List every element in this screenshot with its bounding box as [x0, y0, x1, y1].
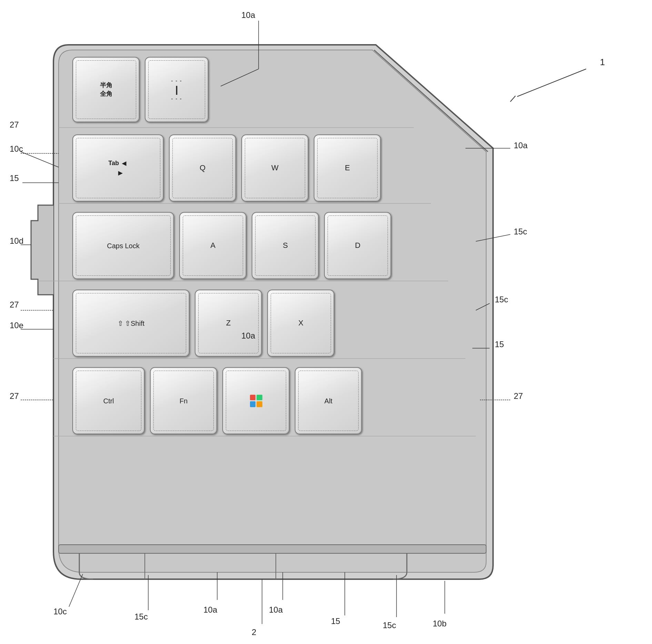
key-win-inner [226, 371, 286, 431]
ref-27-ctrl: 27 [10, 391, 19, 401]
svg-line-24 [476, 303, 490, 310]
key-alt[interactable]: Alt [295, 367, 362, 434]
ref-10a-top: 10a [241, 10, 255, 20]
key-backtick-label: - - - | - - - [171, 78, 182, 101]
key-a-label: A [210, 241, 215, 250]
key-shift-inner: ⇧ ⇧Shift [76, 293, 186, 353]
key-ctrl-inner: Ctrl [76, 371, 141, 431]
key-d-label: D [355, 241, 361, 250]
ref-10c-top: 10c [10, 144, 23, 154]
key-e-label: E [345, 163, 350, 172]
ref-15c-btm1: 15c [134, 612, 148, 622]
ref-15c-btm2: 15c [383, 621, 396, 630]
ref-10a-qrow: 10a [514, 141, 528, 150]
key-ctrl-label: Ctrl [103, 397, 114, 405]
win-pane-blue [250, 401, 256, 407]
ref-15c-caps: 15c [514, 227, 527, 237]
key-win[interactable] [222, 367, 290, 434]
key-e[interactable]: E [314, 134, 381, 202]
key-s-label: S [283, 241, 288, 250]
key-s-inner: S [255, 215, 315, 276]
ref-27-alt: 27 [514, 391, 523, 401]
key-fn-label: Fn [180, 397, 188, 405]
key-shift[interactable]: ⇧ ⇧Shift [72, 290, 190, 357]
ref-15-btm: 15 [331, 616, 340, 626]
key-alt-label: Alt [324, 397, 332, 405]
key-q[interactable]: Q [169, 134, 236, 202]
key-fn-inner: Fn [153, 371, 214, 431]
key-fn[interactable]: Fn [150, 367, 217, 434]
key-w-label: W [271, 163, 279, 172]
svg-line-8 [510, 96, 515, 102]
key-alt-inner: Alt [298, 371, 359, 431]
key-z[interactable]: Z [195, 290, 262, 357]
svg-line-16 [21, 152, 59, 167]
ref-10e: 10e [10, 321, 23, 330]
svg-rect-1 [59, 545, 486, 553]
key-a-inner: A [183, 215, 243, 276]
svg-line-7 [517, 69, 586, 97]
win-pane-yellow [257, 401, 262, 407]
ref-27-tab: 27 [10, 120, 19, 130]
svg-line-17 [69, 574, 83, 607]
key-e-inner: E [317, 138, 378, 198]
key-d[interactable]: D [324, 212, 391, 279]
key-capslock-inner: Caps Lock [76, 215, 171, 276]
key-capslock[interactable]: Caps Lock [72, 212, 174, 279]
diagram-container: 半角全角 - - - | - - - Tab ◄ ► [0, 0, 652, 644]
key-tab-label: Tab ◄ ► [108, 159, 128, 178]
ref-10b: 10b [433, 619, 447, 628]
ref-10a-shift: 10a [241, 331, 255, 341]
key-q-inner: Q [172, 138, 233, 198]
key-win-logo [250, 395, 262, 407]
key-shift-label: ⇧ ⇧Shift [118, 319, 144, 328]
ref-10a-btm2: 10a [269, 605, 283, 615]
key-backtick-inner: - - - | - - - [148, 60, 205, 119]
key-x[interactable]: X [267, 290, 334, 357]
key-q-label: Q [200, 163, 205, 172]
key-z-inner: Z [198, 293, 259, 353]
key-hankaku-inner: 半角全角 [76, 60, 136, 119]
key-a[interactable]: A [179, 212, 247, 279]
key-capslock-label: Caps Lock [107, 242, 140, 250]
ref-15-top: 15 [10, 173, 19, 183]
win-pane-red [250, 395, 256, 401]
ref-10c-btm: 10c [53, 607, 67, 616]
key-backtick[interactable]: - - - | - - - [145, 57, 209, 122]
key-ctrl[interactable]: Ctrl [72, 367, 145, 434]
ref-15c-shift: 15c [495, 295, 508, 304]
key-tab-inner: Tab ◄ ► [76, 138, 160, 198]
key-hankaku-label: 半角全角 [100, 81, 112, 98]
key-w-inner: W [245, 138, 305, 198]
key-s[interactable]: S [252, 212, 319, 279]
key-x-inner: X [271, 293, 331, 353]
ref-1: 1 [600, 57, 605, 68]
ref-10d: 10d [10, 236, 23, 246]
key-d-inner: D [328, 215, 388, 276]
key-x-label: X [298, 319, 303, 328]
key-z-label: Z [226, 319, 231, 328]
svg-line-23 [476, 234, 510, 241]
ref-27-shift: 27 [10, 300, 19, 310]
ref-10a-btm1: 10a [203, 605, 217, 615]
key-w[interactable]: W [241, 134, 309, 202]
ref-15-shift: 15 [495, 340, 504, 349]
win-pane-green [257, 395, 262, 401]
key-hankaku[interactable]: 半角全角 [72, 57, 140, 122]
ref-2: 2 [252, 627, 256, 637]
svg-line-10 [221, 69, 259, 86]
key-tab[interactable]: Tab ◄ ► [72, 134, 164, 202]
svg-line-0 [374, 50, 488, 152]
